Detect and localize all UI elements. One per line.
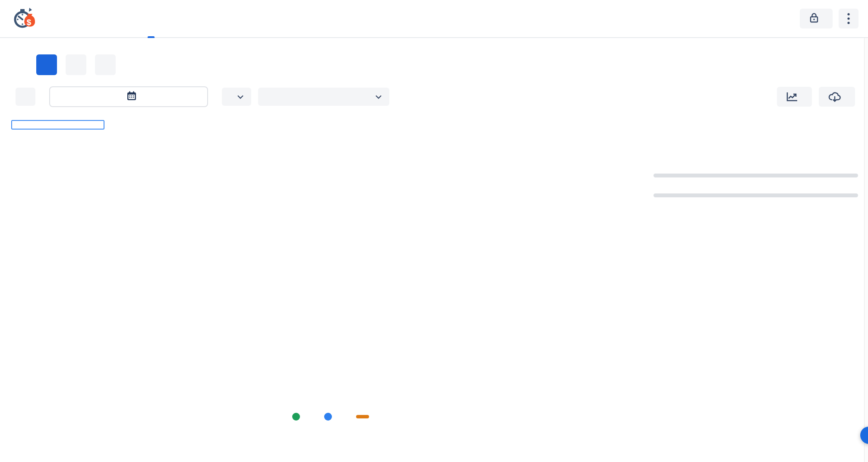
cloud-download-icon (828, 92, 841, 102)
edit-report-button[interactable] (66, 54, 86, 75)
app-header: $ (0, 0, 868, 38)
cost-chart-panel (17, 140, 649, 421)
manage-access-button[interactable] (800, 9, 833, 28)
chevron-down-icon (237, 95, 243, 99)
nav-forecasts[interactable] (117, 0, 140, 37)
svg-text:$: $ (27, 18, 32, 27)
filter-dropdown[interactable] (222, 88, 251, 106)
nav-time-reports[interactable] (185, 0, 207, 37)
evm-chart-icon (786, 92, 798, 102)
floating-widget-button[interactable] (860, 427, 868, 444)
save-changes-button[interactable] (95, 54, 116, 75)
export-button[interactable] (819, 87, 855, 107)
chart-legend (17, 413, 649, 421)
legend-labor-expenses[interactable] (292, 413, 305, 421)
budget-sidebar (653, 140, 858, 421)
generate-evm-button[interactable] (777, 87, 812, 107)
budget-legend-swatch (356, 415, 369, 418)
cost-progress-bar (653, 193, 858, 197)
issues-scope-dropdown[interactable] (258, 88, 389, 106)
app-logo-icon: $ (12, 6, 35, 31)
legend-direct-expenses[interactable] (324, 413, 337, 421)
direct-legend-swatch (324, 413, 332, 421)
nav-expenses[interactable] (95, 0, 117, 37)
main-nav (73, 0, 230, 37)
lock-icon (809, 13, 819, 25)
scope-progress-fill (653, 174, 858, 177)
nav-time-tracker[interactable] (207, 0, 230, 37)
app-brand[interactable]: $ (12, 6, 41, 31)
cost-progress-fill (653, 193, 858, 197)
scope-progress-bar (653, 174, 858, 177)
kebab-menu-button[interactable] (839, 9, 859, 28)
calendar-icon (126, 91, 137, 103)
chevron-down-icon (376, 95, 382, 99)
labor-legend-swatch (292, 413, 300, 421)
nav-cost-reports[interactable] (140, 0, 162, 37)
nav-team[interactable] (73, 0, 95, 37)
report-tabs (11, 120, 104, 130)
complete-report-button[interactable] (36, 54, 57, 75)
worklog-period-input[interactable] (49, 86, 208, 107)
actual-costs-chart[interactable] (17, 142, 647, 410)
back-to-list-button[interactable] (16, 88, 35, 106)
scrollbar[interactable] (864, 38, 868, 462)
kebab-icon (847, 13, 850, 24)
legend-planned-budget[interactable] (356, 415, 374, 418)
nav-portfolios[interactable] (162, 0, 185, 37)
